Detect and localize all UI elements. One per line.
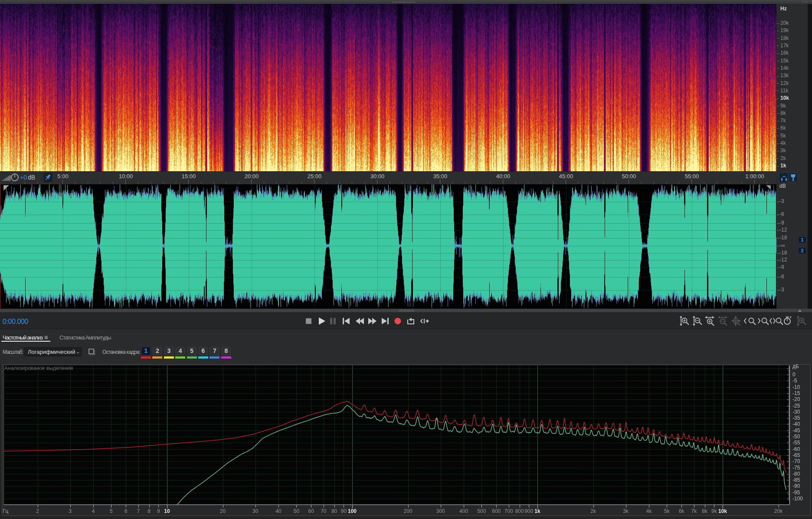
svg-text:+0: +0	[20, 174, 27, 181]
svg-text:dB: dB	[28, 174, 35, 181]
